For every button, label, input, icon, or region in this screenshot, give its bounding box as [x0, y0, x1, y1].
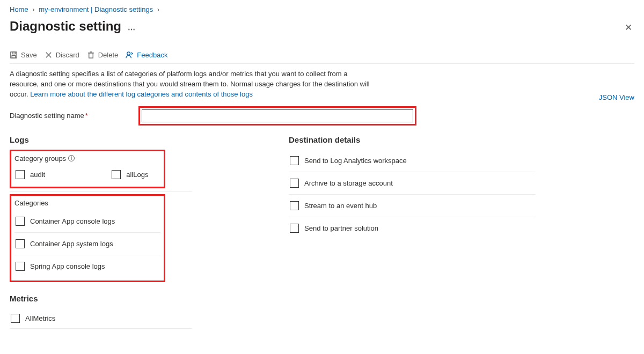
checkbox-row-spring-console[interactable]: Spring App console logs — [14, 255, 160, 277]
svg-rect-5 — [89, 53, 93, 58]
delete-label: Delete — [98, 51, 119, 59]
breadcrumb: Home › my-environment | Diagnostic setti… — [10, 5, 634, 13]
checkbox-label: Send to partner solution — [304, 224, 378, 232]
checkbox-label: Container App console logs — [30, 217, 115, 225]
destination-heading: Destination details — [289, 135, 536, 144]
setting-name-label: Diagnostic setting name* — [10, 112, 138, 120]
checkbox-label: Send to Log Analytics workspace — [304, 157, 407, 165]
checkbox-row-alllogs[interactable]: allLogs — [111, 166, 149, 183]
delete-icon — [87, 51, 95, 59]
checkbox-label: Archive to a storage account — [304, 179, 393, 187]
checkbox[interactable] — [16, 239, 25, 248]
checkbox[interactable] — [290, 224, 299, 233]
chevron-right-icon: › — [157, 5, 159, 13]
page-title: Diagnostic setting ⋯ — [10, 19, 135, 34]
discard-button[interactable]: Discard — [45, 51, 79, 59]
save-icon — [10, 51, 18, 59]
setting-name-input[interactable] — [142, 109, 413, 122]
setting-name-highlight — [138, 106, 416, 126]
description-text: A diagnostic setting specifies a list of… — [10, 69, 375, 100]
discard-icon — [45, 51, 53, 59]
checkbox-row-log-analytics[interactable]: Send to Log Analytics workspace — [289, 150, 536, 172]
checkbox[interactable] — [11, 314, 20, 323]
checkbox-label: Stream to an event hub — [304, 202, 377, 210]
checkbox[interactable] — [16, 217, 25, 226]
logs-heading: Logs — [10, 135, 257, 144]
svg-rect-2 — [12, 55, 16, 58]
checkbox[interactable] — [16, 262, 25, 271]
category-groups-highlight: Category groups i audit allLogs — [10, 150, 165, 188]
svg-rect-1 — [12, 52, 16, 54]
checkbox-row-partner-solution[interactable]: Send to partner solution — [289, 217, 536, 239]
save-label: Save — [21, 51, 37, 59]
checkbox-row-event-hub[interactable]: Stream to an event hub — [289, 195, 536, 217]
learn-more-link[interactable]: Learn more about the different log categ… — [30, 90, 253, 98]
info-icon[interactable]: i — [68, 155, 75, 161]
checkbox-row-storage-account[interactable]: Archive to a storage account — [289, 172, 536, 195]
categories-label: Categories — [14, 199, 160, 207]
page-title-text: Diagnostic setting — [10, 19, 121, 34]
svg-point-8 — [127, 52, 130, 55]
checkbox-label: audit — [30, 171, 45, 179]
feedback-label: Feedback — [137, 51, 167, 59]
categories-highlight: Categories Container App console logs Co… — [10, 194, 165, 282]
category-groups-label: Category groups i — [14, 154, 160, 163]
toolbar: Save Discard Delete Feedback — [10, 48, 634, 64]
checkbox[interactable] — [290, 156, 299, 165]
breadcrumb-home[interactable]: Home — [10, 5, 28, 13]
breadcrumb-environment[interactable]: my-environment | Diagnostic settings — [39, 5, 153, 13]
checkbox-row-container-console[interactable]: Container App console logs — [14, 210, 160, 233]
save-button[interactable]: Save — [10, 51, 37, 59]
checkbox-row-allmetrics[interactable]: AllMetrics — [10, 308, 192, 329]
metrics-heading: Metrics — [10, 294, 257, 303]
checkbox-row-audit[interactable]: audit — [14, 166, 46, 183]
checkbox[interactable] — [290, 179, 299, 188]
feedback-icon — [126, 51, 134, 59]
checkbox[interactable] — [16, 170, 25, 179]
required-asterisk: * — [85, 112, 88, 120]
checkbox-label: AllMetrics — [25, 314, 55, 322]
json-view-link[interactable]: JSON View — [599, 93, 634, 101]
checkbox-label: Spring App console logs — [30, 262, 105, 270]
discard-label: Discard — [56, 51, 79, 59]
checkbox[interactable] — [290, 201, 299, 210]
feedback-button[interactable]: Feedback — [126, 51, 167, 59]
close-icon[interactable]: ✕ — [623, 20, 634, 35]
checkbox-row-container-system[interactable]: Container App system logs — [14, 233, 160, 255]
chevron-right-icon: › — [32, 5, 34, 13]
checkbox-label: allLogs — [126, 171, 148, 179]
more-actions-icon[interactable]: ⋯ — [128, 25, 135, 34]
checkbox[interactable] — [112, 170, 121, 179]
delete-button[interactable]: Delete — [87, 51, 119, 59]
checkbox-label: Container App system logs — [30, 240, 113, 248]
